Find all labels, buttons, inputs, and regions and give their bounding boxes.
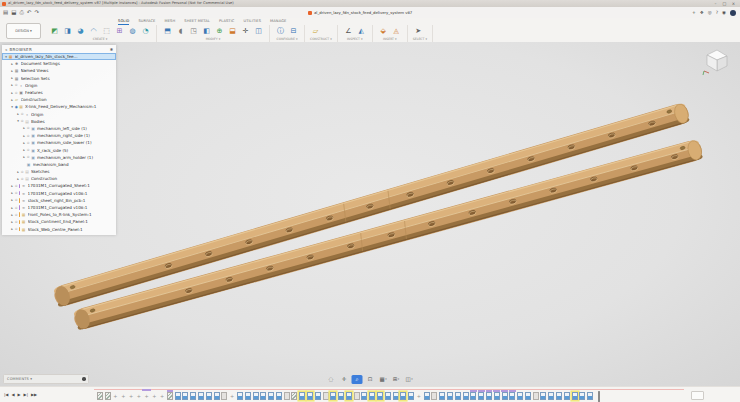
timeline-feature[interactable]	[509, 392, 515, 400]
browser-row[interactable]: ▸⊙▦Stock_Continent_End_Panel:1	[2, 218, 116, 225]
browser-row[interactable]: ▾◉▦X-link_Feed_Delivery_Mechanism:1	[2, 103, 116, 110]
timeline-feature[interactable]	[307, 392, 313, 400]
grid-settings-menu[interactable]: ⊞▾	[391, 375, 402, 384]
configure-icon[interactable]: ⓘ	[275, 26, 286, 37]
timeline-feature[interactable]: +	[229, 392, 235, 400]
browser-row[interactable]: ▸⊙⌖Origin	[2, 111, 116, 118]
timeline-feature[interactable]	[323, 392, 329, 400]
avatar[interactable]	[730, 10, 736, 16]
timeline-feature[interactable]	[221, 392, 227, 400]
display-settings-menu[interactable]: ▦▾	[378, 375, 389, 384]
coil-icon[interactable]: ◔	[140, 26, 151, 37]
timeline-feature[interactable]	[182, 392, 188, 400]
browser-row[interactable]: ▸⊙∞stock_sheet_right_8in_pcb:1	[2, 197, 116, 204]
browser-row[interactable]: ▸▱Construction	[2, 96, 116, 103]
browser-row[interactable]: ▸⊙∞17031M1_Corrugated v106:1	[2, 204, 116, 211]
timeline-feature[interactable]	[447, 392, 453, 400]
timeline-feature[interactable]	[408, 392, 414, 400]
timeline-feature[interactable]: +	[151, 392, 157, 400]
timeline-feature[interactable]	[315, 392, 321, 400]
timeline-feature[interactable]	[245, 392, 251, 400]
extrude-icon[interactable]: ◨	[62, 26, 73, 37]
browser-row[interactable]: ▸⊙⌖Origin	[2, 82, 116, 89]
timeline-feature[interactable]	[439, 392, 445, 400]
ribbon-tab-utilities[interactable]: UTILITIES	[243, 18, 261, 25]
timeline-feature[interactable]	[572, 392, 578, 400]
pan-tool[interactable]: ✛	[339, 375, 350, 384]
timeline-feature[interactable]	[400, 392, 406, 400]
offset-face-icon[interactable]: ⬓	[227, 26, 238, 37]
save-button[interactable]: ⬓	[11, 8, 16, 17]
hole-icon[interactable]: ◍	[127, 26, 138, 37]
timeline-feature[interactable]	[268, 392, 274, 400]
browser-row[interactable]: ▸⊙∞17031M1_Corrugated v106:1	[2, 190, 116, 197]
browser-row[interactable]: ▾▦al_driven_lazy_fdn_stock_fee...	[2, 53, 116, 60]
timeline-feature[interactable]	[291, 392, 297, 400]
timeline-feature[interactable]	[206, 392, 212, 400]
timeline-feature[interactable]	[470, 392, 476, 400]
close-button[interactable]: ×	[729, 0, 738, 7]
ribbon-tab-solid[interactable]: SOLID	[118, 18, 129, 25]
timeline-feature[interactable]	[556, 392, 562, 400]
draft-icon[interactable]: ◧	[201, 26, 212, 37]
browser-row[interactable]: ▸⊙▦Front_Poles_to_R-link_System:1	[2, 211, 116, 218]
box-primitive-icon[interactable]: ⬚	[101, 26, 112, 37]
timeline-feature[interactable]	[463, 392, 469, 400]
move-copy-icon[interactable]: ✛	[240, 26, 251, 37]
timeline-feature[interactable]: +	[112, 392, 118, 400]
view-cube[interactable]	[700, 46, 732, 78]
ribbon-tab-mesh[interactable]: MESH	[164, 18, 175, 25]
browser-row[interactable]: ▾⊙▤Bodies	[2, 118, 116, 125]
revolve-icon[interactable]: ◕	[75, 26, 86, 37]
sweep-icon[interactable]: ◠	[88, 26, 99, 37]
visibility-eye-icon[interactable]: ⊙	[14, 227, 19, 231]
timeline-play-button[interactable]: ▶	[18, 391, 21, 399]
timeline-feature[interactable]	[346, 392, 352, 400]
ribbon-tab-manage[interactable]: MANAGE	[270, 18, 286, 25]
browser-row[interactable]: ▸⊙▣mechanism_left_side (1)	[2, 125, 116, 132]
fit-view-button[interactable]: ⊡	[365, 375, 376, 384]
add-document-tab-button[interactable]: +	[692, 8, 696, 17]
orbit-tool[interactable]: ◌	[326, 375, 337, 384]
timeline-feature[interactable]	[587, 392, 593, 400]
timeline-go-to-start-button[interactable]: |◀	[4, 391, 8, 399]
extensions-icon[interactable]: ❖	[700, 8, 704, 17]
workspace-selector[interactable]: DESIGN ▾	[6, 23, 41, 39]
timeline-feature[interactable]: +	[128, 392, 134, 400]
timeline-feature[interactable]	[564, 392, 570, 400]
ribbon-tab-plastic[interactable]: PLASTIC	[219, 18, 234, 25]
timeline-feature[interactable]: +	[159, 392, 165, 400]
timeline-feature[interactable]	[237, 392, 243, 400]
help-icon[interactable]: ?	[716, 8, 718, 17]
timeline-step-back-button[interactable]: ◀	[11, 391, 14, 399]
visibility-eye-icon[interactable]: ⊙	[14, 220, 19, 224]
measure-icon[interactable]: ∠	[343, 26, 354, 37]
timeline-feature[interactable]	[214, 392, 220, 400]
timeline-feature[interactable]	[369, 392, 375, 400]
timeline-feature[interactable]	[525, 392, 531, 400]
timeline-feature[interactable]	[579, 392, 585, 400]
browser-row[interactable]: ▸⊙▤Construction	[2, 175, 116, 182]
timeline-step-forward-button[interactable]: ▶|	[24, 391, 28, 399]
timeline-feature[interactable]	[330, 392, 336, 400]
notifications-bell-icon[interactable]: ◉	[722, 8, 726, 17]
align-icon[interactable]: ◫	[253, 26, 264, 37]
export-button[interactable]: ⎙	[19, 8, 23, 17]
timeline-feature[interactable]	[198, 392, 204, 400]
timeline-position-marker[interactable]	[598, 391, 600, 402]
visibility-eye-icon[interactable]: ⊙	[14, 191, 19, 195]
browser-row[interactable]: ▸⊙▦Stock_Web_Centre_Panel:1	[2, 226, 116, 233]
timeline-feature[interactable]	[455, 392, 461, 400]
select-icon[interactable]: ➤	[413, 26, 424, 37]
combine-icon[interactable]: ⊕	[214, 26, 225, 37]
timeline-feature[interactable]	[393, 392, 399, 400]
visibility-eye-icon[interactable]: ⊙	[14, 206, 19, 210]
timeline-feature[interactable]	[284, 392, 290, 400]
gear-icon[interactable]: ✱	[110, 47, 113, 52]
insert-derive-icon[interactable]: ⬙	[378, 26, 389, 37]
timeline-feature[interactable]: +	[144, 392, 150, 400]
browser-row[interactable]: ▸⊙∞17031M1_Corrugated_Sheet:1	[2, 182, 116, 189]
timeline-feature[interactable]	[190, 392, 196, 400]
browser-row[interactable]: ▸⊙▣mechanism_side_lower (1)	[2, 139, 116, 146]
insert-mesh-icon[interactable]: ◬	[391, 26, 402, 37]
